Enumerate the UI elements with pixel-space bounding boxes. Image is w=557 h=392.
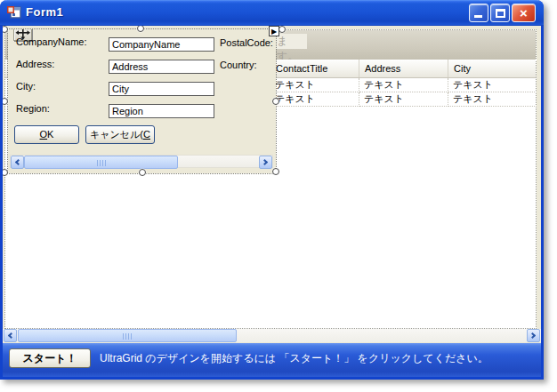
minimize-button[interactable]	[469, 4, 488, 22]
address-field[interactable]	[109, 60, 214, 74]
form-scroll-thumb[interactable]	[18, 329, 237, 342]
form-hscrollbar[interactable]	[3, 329, 541, 342]
postalcode-label: PostalCode:	[220, 37, 273, 48]
selection-handle-bottom-right[interactable]	[272, 168, 279, 175]
smart-tag-arrow-icon: ▶	[271, 28, 277, 36]
chevron-right-icon	[529, 332, 536, 339]
thumb-grip-icon	[97, 160, 107, 166]
close-button[interactable]: ×	[512, 4, 536, 22]
close-icon: ×	[513, 4, 535, 21]
selection-handle-top-right[interactable]	[278, 26, 286, 33]
form1-window: Form1 × ます。 ContactTitle Address City テキ…	[0, 0, 544, 380]
panel-hscrollbar[interactable]	[10, 155, 273, 168]
form-client-area: ます。 ContactTitle Address City テキスト テキスト …	[3, 26, 541, 377]
screen: Form1 × ます。 ContactTitle Address City テキ…	[0, 0, 557, 392]
window-title: Form1	[26, 5, 63, 19]
address-label: Address:	[16, 59, 54, 69]
thumb-grip-icon	[123, 333, 133, 340]
grid-cell[interactable]: テキスト	[270, 78, 359, 92]
chevron-right-icon	[262, 159, 268, 165]
grid-watermark-text: ます。	[275, 34, 307, 49]
companyname-field[interactable]	[109, 37, 214, 52]
maximize-button[interactable]	[490, 4, 510, 22]
grid-cell[interactable]: テキスト	[448, 78, 537, 92]
chevron-left-icon	[15, 159, 21, 165]
grid-cell[interactable]: テキスト	[448, 92, 537, 107]
grid-cell[interactable]: テキスト	[359, 78, 448, 92]
panel-scroll-thumb[interactable]	[24, 156, 178, 169]
city-label: City:	[16, 81, 36, 92]
companyname-label: CompanyName:	[16, 36, 86, 47]
city-field[interactable]	[109, 82, 214, 96]
region-label: Region:	[16, 103, 50, 114]
grid-cell[interactable]: テキスト	[359, 92, 448, 107]
grid-header-address[interactable]: Address	[359, 60, 448, 77]
selection-handle-mid-right[interactable]	[272, 98, 279, 105]
start-button[interactable]: スタート！	[9, 348, 91, 368]
maximize-icon	[496, 9, 505, 18]
form-icon	[6, 5, 21, 20]
scroll-right-button[interactable]	[259, 156, 272, 169]
chevron-left-icon	[8, 332, 14, 339]
designer-bar-message: UltraGrid のデザインを開始するには 「スタート！」 をクリックしてくだ…	[100, 343, 488, 373]
cancel-button[interactable]: キャンセル(C	[85, 125, 155, 144]
minimize-icon	[474, 15, 482, 18]
grid-header-city[interactable]: City	[448, 60, 537, 77]
scroll-left-button[interactable]	[11, 156, 24, 169]
ok-button[interactable]: OK	[14, 125, 79, 144]
ultragrid-designer-bar: スタート！ UltraGrid のデザインを開始するには 「スタート！」 をクリ…	[3, 343, 541, 377]
scroll-left-button[interactable]	[4, 329, 17, 342]
country-label: Country:	[220, 60, 257, 70]
detail-panel[interactable]: CompanyName: Address: City: Region: Post…	[8, 29, 276, 173]
smart-tag-button[interactable]: ▶	[269, 26, 279, 36]
scroll-right-button[interactable]	[527, 329, 540, 342]
selection-handle-bottom-center[interactable]	[139, 169, 146, 176]
titlebar[interactable]: Form1 ×	[0, 0, 544, 26]
grid-cell[interactable]: テキスト	[270, 92, 359, 107]
grid-header-contacttitle[interactable]: ContactTitle	[270, 60, 359, 77]
region-field[interactable]	[109, 104, 214, 118]
